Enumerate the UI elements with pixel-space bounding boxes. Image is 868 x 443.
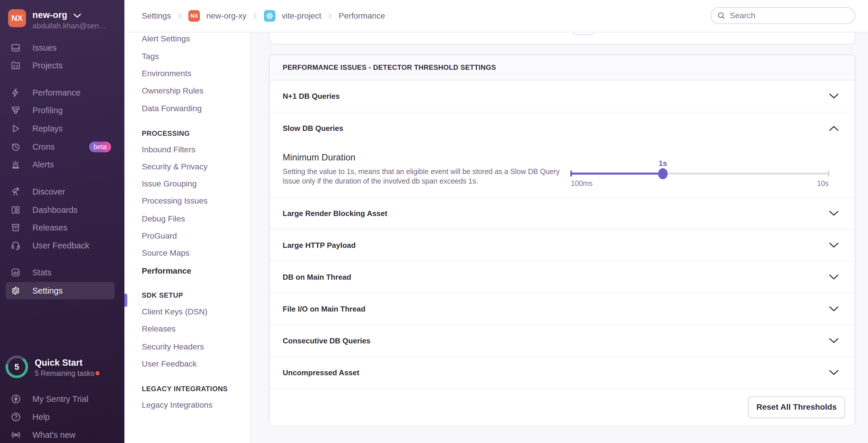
slider-handle[interactable]: [658, 168, 668, 179]
breadcrumb-settings[interactable]: Settings: [142, 11, 171, 21]
settings-nav-header-sdk-setup: SDK SETUP: [142, 291, 183, 299]
search-icon: [717, 11, 726, 20]
detector-row-file-io-on-main-thread[interactable]: File I/O on Main Thread: [270, 293, 855, 325]
settings-nav-alert-settings[interactable]: Alert Settings: [142, 34, 190, 43]
settings-nav-performance[interactable]: Performance: [142, 266, 191, 276]
sidebar-item-crons[interactable]: Crons beta: [10, 138, 120, 155]
detector-row-large-http-payload[interactable]: Large HTTP Payload: [270, 230, 855, 262]
detector-row-large-render-blocking-asset[interactable]: Large Render Blocking Asset: [270, 198, 855, 230]
sidebar-item-dashboards[interactable]: Dashboards: [10, 201, 120, 218]
chevron-down-icon: [829, 370, 839, 376]
sidebar-item-label: Discover: [32, 187, 65, 197]
lightning-icon: [10, 87, 21, 98]
detector-row-slow-db-queries[interactable]: Slow DB Queries: [270, 112, 855, 144]
settings-nav-legacy-integrations[interactable]: Legacy Integrations: [142, 401, 212, 410]
dashboards-icon: [10, 205, 21, 215]
sidebar-item-whats-new[interactable]: What's new: [10, 426, 120, 443]
issues-icon: [10, 42, 21, 53]
react-project-icon[interactable]: [264, 10, 275, 22]
settings-nav-processing-issues[interactable]: Processing Issues: [142, 196, 208, 206]
sidebar-item-label: Alerts: [32, 160, 54, 169]
settings-nav-user-feedback[interactable]: User Feedback: [142, 359, 197, 368]
quickstart-count: 5: [8, 358, 26, 376]
sidebar-item-label: Replays: [32, 124, 63, 134]
chevron-right-icon: [253, 12, 257, 20]
beta-badge: beta: [89, 142, 111, 152]
panel-title: PERFORMANCE ISSUES - DETECTOR THRESHOLD …: [283, 63, 496, 71]
detector-row-n1-db-queries[interactable]: N+1 DB Queries: [270, 81, 855, 112]
breadcrumb-page: Performance: [339, 11, 385, 21]
settings-nav-inbound-filters[interactable]: Inbound Filters: [142, 145, 195, 154]
sidebar-item-label: Dashboards: [32, 205, 78, 215]
sidebar-item-label: Projects: [32, 61, 63, 70]
archive-icon: [10, 223, 21, 233]
slider-fill: [571, 173, 663, 175]
settings-nav-environments[interactable]: Environments: [142, 69, 191, 78]
slider-value-label: 1s: [659, 159, 667, 168]
quickstart-title: Quick Start: [35, 358, 83, 368]
settings-nav-ownership-rules[interactable]: Ownership Rules: [142, 86, 204, 95]
sidebar-item-label: Profiling: [32, 106, 63, 115]
settings-nav-releases[interactable]: Releases: [142, 324, 176, 333]
projects-icon: [10, 60, 21, 71]
search-box[interactable]: [711, 7, 855, 24]
sidebar-item-releases[interactable]: Releases: [10, 219, 120, 236]
slider-start-tick: [570, 171, 572, 177]
quickstart-progress-ring: 5: [5, 356, 28, 378]
settings-nav-client-keys[interactable]: Client Keys (DSN): [142, 307, 208, 317]
panel-footer: Reset All Thresholds: [270, 389, 855, 425]
help-icon: [10, 411, 22, 422]
org-email: abdullah.khan@sen…: [32, 22, 119, 30]
settings-nav-security-privacy[interactable]: Security & Privacy: [142, 162, 208, 171]
clock-history-icon: [10, 142, 21, 152]
chevron-down-icon: [73, 13, 82, 19]
reset-all-thresholds-button[interactable]: Reset All Thresholds: [748, 396, 845, 418]
settings-nav-data-forwarding[interactable]: Data Forwarding: [142, 104, 202, 113]
org-chip[interactable]: NX: [188, 10, 200, 22]
sidebar-item-performance[interactable]: Performance: [10, 84, 120, 101]
sidebar-item-label: Settings: [32, 286, 63, 296]
slider-track[interactable]: [571, 173, 829, 175]
sidebar-item-profiling[interactable]: Profiling: [10, 101, 120, 119]
breadcrumb-org[interactable]: new-org-xy: [206, 11, 246, 21]
quickstart-panel[interactable]: 5 Quick Start 5 Remaining tasks: [0, 356, 124, 382]
sidebar-item-stats[interactable]: Stats: [10, 264, 120, 281]
sidebar-item-my-sentry-trial[interactable]: My Sentry Trial: [10, 391, 120, 407]
sidebar-item-projects[interactable]: Projects: [10, 57, 120, 74]
breadcrumb-project[interactable]: vite-project: [282, 11, 321, 21]
sidebar-item-label: Help: [32, 412, 50, 422]
detector-row-db-on-main-thread[interactable]: DB on Main Thread: [270, 262, 855, 293]
detector-row-uncompressed-asset[interactable]: Uncompressed Asset: [270, 357, 855, 389]
settings-nav-debug-files[interactable]: Debug Files: [142, 214, 185, 224]
gear-icon: [10, 286, 21, 296]
org-switcher[interactable]: NX new-org abdullah.khan@sen…: [0, 0, 124, 32]
chevron-up-icon: [829, 125, 839, 131]
sidebar-item-label: Crons: [32, 142, 55, 152]
settings-nav-source-maps[interactable]: Source Maps: [142, 248, 189, 258]
sidebar-item-issues[interactable]: Issues: [10, 39, 120, 56]
sidebar-item-help[interactable]: Help: [10, 409, 120, 425]
sidebar-item-label: Releases: [32, 223, 67, 233]
search-input[interactable]: [730, 11, 845, 20]
play-icon: [10, 123, 21, 134]
sidebar-item-settings[interactable]: Settings: [6, 282, 115, 299]
sidebar-item-alerts[interactable]: Alerts: [10, 156, 120, 173]
sidebar-item-replays[interactable]: Replays: [10, 120, 120, 137]
panel-header: PERFORMANCE ISSUES - DETECTOR THRESHOLD …: [270, 55, 855, 81]
setting-description: Setting the value to 1s, means that an e…: [283, 167, 566, 186]
notification-dot: [95, 371, 99, 375]
settings-nav-tags[interactable]: Tags: [142, 52, 159, 61]
sidebar-item-user-feedback[interactable]: User Feedback: [10, 237, 120, 254]
sidebar-item-discover[interactable]: Discover: [10, 183, 120, 200]
slider-min-label: 100ms: [571, 179, 593, 188]
settings-nav-issue-grouping[interactable]: Issue Grouping: [142, 179, 197, 188]
settings-nav-proguard[interactable]: ProGuard: [142, 231, 177, 241]
settings-nav-security-headers[interactable]: Security Headers: [142, 342, 204, 352]
sidebar-item-label: My Sentry Trial: [32, 394, 88, 404]
sidebar-item-label: What's new: [32, 430, 75, 440]
sidebar-item-label: Issues: [32, 43, 57, 53]
chevron-down-icon: [829, 274, 839, 280]
chevron-down-icon: [829, 306, 839, 312]
detector-row-consecutive-db-queries[interactable]: Consecutive DB Queries: [270, 325, 855, 357]
chevron-down-icon: [829, 93, 839, 99]
